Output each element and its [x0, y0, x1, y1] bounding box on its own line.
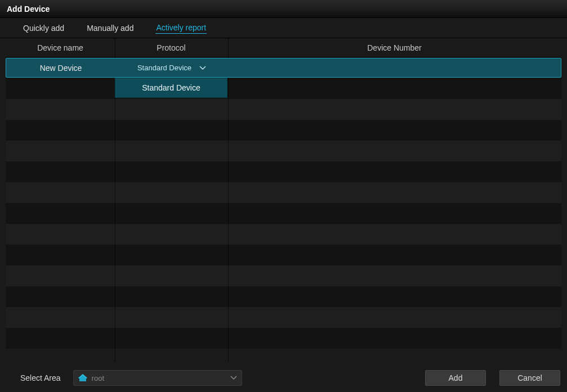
- add-device-dialog: Add Device Quickly add Manually add Acti…: [0, 0, 567, 392]
- table-row[interactable]: [6, 224, 561, 245]
- select-area-label: Select Area: [7, 373, 65, 382]
- area-select-value: root: [92, 374, 104, 382]
- tab-actively-report[interactable]: Actively report: [155, 22, 207, 34]
- bottom-bar: Select Area root Add Cancel: [0, 364, 567, 392]
- table-row[interactable]: New Device Standard Device: [6, 58, 561, 78]
- tabs: Quickly add Manually add Actively report: [0, 18, 567, 38]
- tab-quickly-add[interactable]: Quickly add: [23, 22, 65, 34]
- table-row[interactable]: [6, 307, 561, 328]
- home-icon: [78, 374, 87, 382]
- table-row[interactable]: [6, 182, 561, 203]
- column-header-device-name[interactable]: Device name: [6, 43, 115, 52]
- table-row[interactable]: [6, 265, 561, 286]
- table-body: New Device Standard Device Standard Devi…: [6, 57, 561, 349]
- cell-device-name[interactable]: New Device: [6, 64, 115, 73]
- device-table: Device name Protocol Device Number New D…: [0, 38, 567, 362]
- table-row[interactable]: [6, 286, 561, 307]
- column-header-protocol[interactable]: Protocol: [115, 43, 227, 52]
- add-button[interactable]: Add: [425, 370, 486, 386]
- table-row[interactable]: [6, 99, 561, 120]
- protocol-select-value: Standard Device: [137, 64, 191, 72]
- protocol-dropdown: Standard Device: [115, 78, 227, 98]
- table-row[interactable]: [6, 203, 561, 224]
- table-row[interactable]: [6, 245, 561, 265]
- table-header: Device name Protocol Device Number: [6, 38, 561, 57]
- protocol-option-standard-device[interactable]: Standard Device: [115, 78, 227, 97]
- cancel-button[interactable]: Cancel: [499, 370, 560, 386]
- table-row[interactable]: [6, 141, 561, 161]
- protocol-select[interactable]: Standard Device: [115, 64, 228, 72]
- tab-manually-add[interactable]: Manually add: [86, 22, 134, 34]
- title-bar: Add Device: [0, 0, 567, 18]
- table-row[interactable]: [6, 120, 561, 141]
- chevron-down-icon: [199, 66, 206, 70]
- window-title: Add Device: [7, 4, 50, 13]
- area-select[interactable]: root: [73, 370, 242, 386]
- chevron-down-icon: [230, 376, 237, 380]
- table-row[interactable]: [6, 78, 561, 99]
- table-row[interactable]: [6, 328, 561, 349]
- table-row[interactable]: [6, 161, 561, 182]
- column-header-device-number[interactable]: Device Number: [227, 43, 561, 52]
